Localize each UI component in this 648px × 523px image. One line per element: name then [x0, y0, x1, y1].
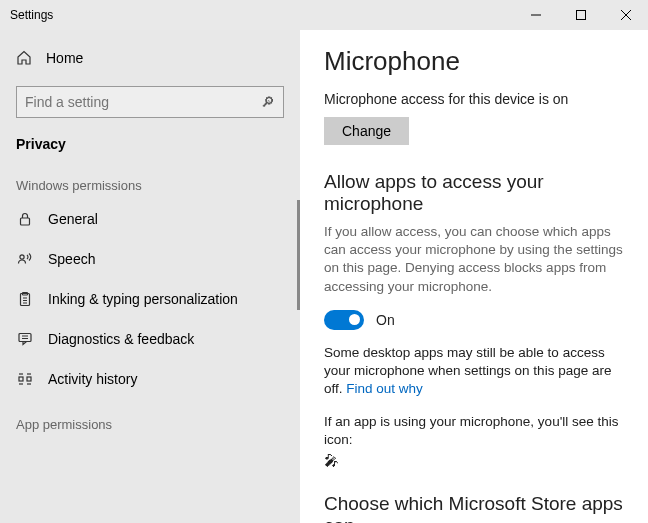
nav-item-label: Inking & typing personalization — [48, 291, 238, 307]
minimize-button[interactable] — [513, 0, 558, 30]
close-button[interactable] — [603, 0, 648, 30]
desktop-apps-note: Some desktop apps may still be able to a… — [324, 344, 624, 399]
svg-rect-11 — [19, 334, 31, 342]
maximize-button[interactable] — [558, 0, 603, 30]
nav-item-label: Diagnostics & feedback — [48, 331, 194, 347]
window-title: Settings — [10, 8, 53, 22]
group-app-permissions: App permissions — [0, 399, 300, 438]
allow-apps-desc: If you allow access, you can choose whic… — [324, 223, 624, 296]
clipboard-icon — [16, 291, 34, 307]
search-box[interactable]: 🔍︎ — [16, 86, 284, 118]
change-button[interactable]: Change — [324, 117, 409, 145]
nav-item-label: General — [48, 211, 98, 227]
nav-home[interactable]: Home — [0, 40, 300, 76]
svg-point-5 — [20, 255, 24, 259]
group-windows-permissions: Windows permissions — [0, 160, 300, 199]
page-title: Microphone — [324, 46, 624, 77]
allow-apps-title: Allow apps to access your microphone — [324, 171, 624, 215]
store-apps-title: Choose which Microsoft Store apps can — [324, 493, 624, 523]
allow-apps-toggle[interactable] — [324, 310, 364, 330]
feedback-icon — [16, 331, 34, 347]
lock-icon — [16, 211, 34, 227]
content-pane: Microphone Microphone access for this de… — [300, 30, 648, 523]
title-bar: Settings — [0, 0, 648, 30]
device-access-status: Microphone access for this device is on — [324, 91, 624, 107]
nav-item-general[interactable]: General — [0, 199, 300, 239]
nav-item-activity[interactable]: Activity history — [0, 359, 300, 399]
nav-item-label: Activity history — [48, 371, 137, 387]
find-out-why-link[interactable]: Find out why — [346, 381, 423, 396]
category-label: Privacy — [0, 128, 300, 160]
search-input[interactable] — [25, 94, 261, 110]
nav-item-inking[interactable]: Inking & typing personalization — [0, 279, 300, 319]
svg-rect-14 — [19, 377, 23, 381]
svg-rect-1 — [576, 11, 585, 20]
activity-icon — [16, 371, 34, 387]
search-icon: 🔍︎ — [261, 94, 275, 110]
nav-item-diagnostics[interactable]: Diagnostics & feedback — [0, 319, 300, 359]
mic-in-use-note: If an app is using your microphone, you'… — [324, 413, 624, 472]
toggle-state-label: On — [376, 312, 395, 328]
window-controls — [513, 0, 648, 30]
speech-icon — [16, 251, 34, 267]
microphone-icon: 🎤︎ — [324, 451, 339, 471]
nav-home-label: Home — [46, 50, 83, 66]
nav-item-label: Speech — [48, 251, 95, 267]
svg-rect-4 — [21, 218, 30, 225]
svg-rect-15 — [27, 377, 31, 381]
nav-item-speech[interactable]: Speech — [0, 239, 300, 279]
home-icon — [16, 50, 32, 66]
sidebar: Home 🔍︎ Privacy Windows permissions Gene… — [0, 30, 300, 523]
